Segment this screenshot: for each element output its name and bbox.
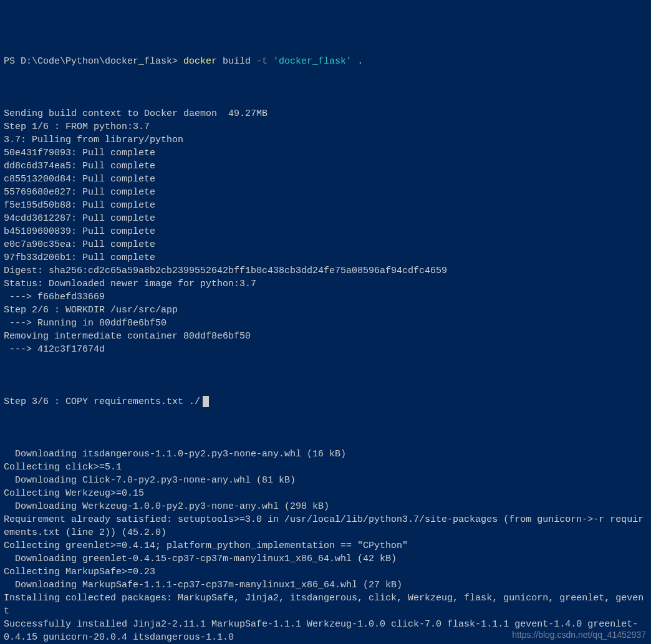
- output-line: Downloading Werkzeug-1.0.0-py2.py3-none-…: [4, 500, 647, 513]
- output-line: Collecting click>=5.1: [4, 461, 647, 474]
- output-line: Downloading MarkupSafe-1.1.1-cp37-cp37m-…: [4, 579, 647, 592]
- cmd-flag: -t: [256, 56, 273, 67]
- output-line: Downloading greenlet-0.4.15-cp37-cp37m-m…: [4, 552, 647, 565]
- output-line: Collecting Werkzeug>=0.15: [4, 487, 647, 500]
- cmd-docker: docker: [183, 56, 217, 67]
- output-line: Removing intermediate container 80ddf8e6…: [4, 330, 647, 343]
- output-line: ---> Running in 80ddf8e6bf50: [4, 317, 647, 330]
- output-line: Collecting MarkupSafe>=0.23: [4, 565, 647, 579]
- output-line: 50e431f79093: Pull complete: [4, 147, 647, 160]
- watermark: https://blog.csdn.net/qq_41452937: [512, 628, 646, 642]
- output-line: 55769680e827: Pull complete: [4, 186, 647, 199]
- cmd-arg: 'docker_flask': [273, 56, 352, 67]
- output-line: Step 3/6 : COPY requirements.txt ./: [4, 395, 647, 408]
- output-line: 3.7: Pulling from library/python: [4, 133, 647, 147]
- output-line: Step 2/6 : WORKDIR /usr/src/app: [4, 304, 647, 317]
- output-line: Downloading Click-7.0-py2.py3-none-any.w…: [4, 474, 647, 487]
- output-line: f5e195d50b88: Pull complete: [4, 199, 647, 212]
- output-line: 97fb33d206b1: Pull complete: [4, 251, 647, 264]
- output-line: ---> 412c3f17674d: [4, 343, 647, 356]
- output-line: ---> f66befd33669: [4, 291, 647, 304]
- output-line: e0c7a90c35ea: Pull complete: [4, 238, 647, 251]
- cmd-dot: .: [352, 56, 363, 67]
- output-line: Sending build context to Docker daemon 4…: [4, 107, 647, 120]
- cmd-build: build: [217, 56, 256, 67]
- cursor-icon: [203, 396, 209, 407]
- output-line: Downloading itsdangerous-1.1.0-py2.py3-n…: [4, 448, 647, 461]
- output-line: Installing collected packages: MarkupSaf…: [4, 592, 647, 618]
- output-line: b45109600839: Pull complete: [4, 225, 647, 238]
- output-line: Step 1/6 : FROM python:3.7: [4, 120, 647, 133]
- output-line: 94cdd3612287: Pull complete: [4, 212, 647, 225]
- output-line: Requirement already satisfied: setuptool…: [4, 513, 647, 539]
- output-line: Status: Downloaded newer image for pytho…: [4, 277, 647, 291]
- output-line: Digest: sha256:cd2c65a59a8b2cb2399552642…: [4, 264, 647, 277]
- terminal[interactable]: PS D:\Code\Python\docker_flask> docker b…: [0, 0, 651, 644]
- prompt-path: PS D:\Code\Python\docker_flask>: [4, 56, 183, 67]
- prompt-line: PS D:\Code\Python\docker_flask> docker b…: [4, 55, 647, 68]
- output-line: Collecting greenlet>=0.4.14; platform_py…: [4, 539, 647, 552]
- output-line: dd8c6d374ea5: Pull complete: [4, 160, 647, 173]
- output-line: c85513200d84: Pull complete: [4, 173, 647, 186]
